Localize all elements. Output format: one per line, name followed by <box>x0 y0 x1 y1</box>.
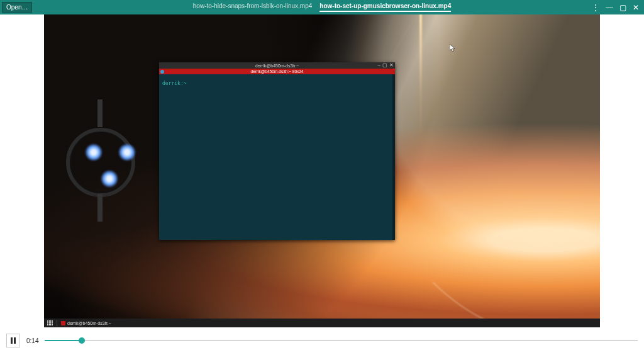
close-icon[interactable]: ✕ <box>633 4 639 11</box>
terminal-titlebar: derrik@b450m-ds3h:~ – ▢ ✕ <box>159 62 395 69</box>
wallpaper-vertical-flare <box>419 14 422 140</box>
maximize-icon[interactable]: ▢ <box>619 4 626 11</box>
terminal-window: derrik@b450m-ds3h:~ – ▢ ✕ derrik@b450m-d… <box>159 62 395 240</box>
cursor-icon <box>450 43 455 52</box>
terminal-scrollbar <box>392 74 395 240</box>
desktop-taskbar: derrik@b450m-ds3h:~ <box>44 319 600 327</box>
app-titlebar: Open… how-to-hide-snaps-from-lsblk-on-li… <box>0 0 644 14</box>
file-tabs: how-to-hide-snaps-from-lsblk-on-linux.mp… <box>0 3 644 12</box>
kebab-menu-icon[interactable]: ⋮ <box>592 4 599 11</box>
terminal-title-text: derrik@b450m-ds3h:~ <box>255 64 299 68</box>
terminal-tab-strip: derrik@b450m-ds3h:~ 80x24 <box>159 69 395 74</box>
tab-file-1[interactable]: how-to-hide-snaps-from-lsblk-on-linux.mp… <box>193 3 313 12</box>
tab-file-2[interactable]: how-to-set-up-gmusicbrowser-on-linux.mp4 <box>319 3 451 12</box>
seek-bar[interactable] <box>45 336 638 345</box>
time-elapsed: 0:14 <box>26 337 38 344</box>
terminal-minimize-icon: – <box>378 62 380 68</box>
terminal-prompt: derrik:~ <box>162 81 187 86</box>
seek-fill <box>45 340 81 341</box>
terminal-close-icon: ✕ <box>389 62 394 68</box>
minimize-icon[interactable]: — <box>606 4 613 11</box>
app-grid-icon <box>47 320 53 326</box>
pause-button[interactable] <box>6 334 20 347</box>
open-button[interactable]: Open… <box>2 2 32 13</box>
terminal-tab-label: derrik@b450m-ds3h:~ 80x24 <box>250 69 303 74</box>
taskbar-item-badge-icon <box>61 321 65 325</box>
taskbar-item-label: derrik@b450m-ds3h:~ <box>67 321 111 325</box>
player-controls: 0:14 <box>0 331 644 350</box>
window-controls: ⋮ — ▢ ✕ <box>592 4 644 11</box>
wallpaper-spaceship <box>63 99 138 225</box>
video-stage: derrik@b450m-ds3h:~ – ▢ ✕ derrik@b450m-d… <box>0 14 644 331</box>
taskbar-item-terminal: derrik@b450m-ds3h:~ <box>61 321 111 325</box>
seek-thumb[interactable] <box>79 337 85 344</box>
seek-track <box>45 340 638 341</box>
terminal-maximize-icon: ▢ <box>382 62 387 68</box>
terminal-tab-indicator-icon <box>160 70 164 74</box>
pause-icon <box>11 337 16 344</box>
terminal-body: derrik:~ <box>159 74 392 240</box>
taskbar-divider <box>57 320 57 326</box>
video-frame[interactable]: derrik@b450m-ds3h:~ – ▢ ✕ derrik@b450m-d… <box>44 14 600 327</box>
